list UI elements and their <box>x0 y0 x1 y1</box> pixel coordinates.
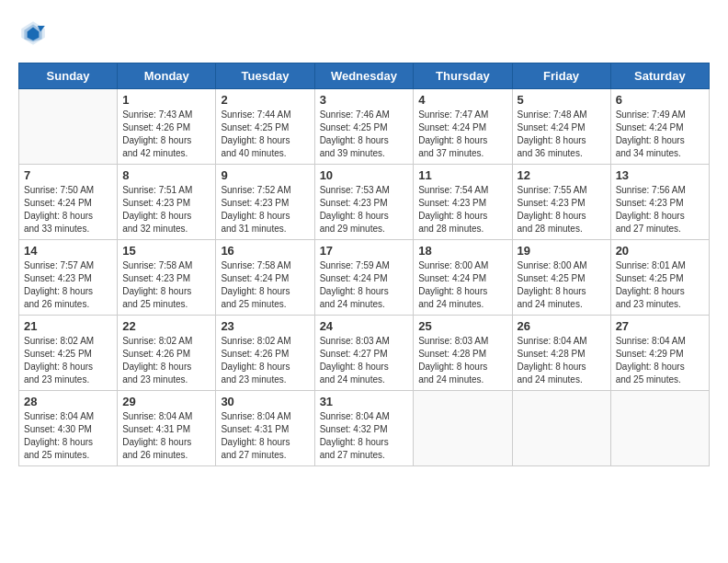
day-info: Sunrise: 7:44 AM Sunset: 4:25 PM Dayligh… <box>221 109 309 160</box>
day-number: 21 <box>24 319 112 333</box>
day-number: 4 <box>418 93 506 107</box>
day-info: Sunrise: 7:57 AM Sunset: 4:23 PM Dayligh… <box>24 259 112 311</box>
day-info: Sunrise: 7:56 AM Sunset: 4:23 PM Dayligh… <box>616 184 704 236</box>
calendar-cell: 7Sunrise: 7:50 AM Sunset: 4:24 PM Daylig… <box>19 165 118 240</box>
calendar-cell: 8Sunrise: 7:51 AM Sunset: 4:23 PM Daylig… <box>118 165 216 240</box>
calendar-cell: 17Sunrise: 7:59 AM Sunset: 4:24 PM Dayli… <box>314 240 414 316</box>
day-number: 31 <box>320 395 409 408</box>
day-info: Sunrise: 8:02 AM Sunset: 4:25 PM Dayligh… <box>24 335 112 386</box>
calendar-body: 1Sunrise: 7:43 AM Sunset: 4:26 PM Daylig… <box>19 89 710 466</box>
day-info: Sunrise: 7:54 AM Sunset: 4:23 PM Dayligh… <box>418 184 506 236</box>
day-header-saturday: Saturday <box>610 63 709 89</box>
day-info: Sunrise: 8:03 AM Sunset: 4:28 PM Dayligh… <box>418 335 506 386</box>
day-info: Sunrise: 7:52 AM Sunset: 4:23 PM Dayligh… <box>221 184 309 236</box>
calendar-cell: 6Sunrise: 7:49 AM Sunset: 4:24 PM Daylig… <box>610 89 709 165</box>
day-header-tuesday: Tuesday <box>216 63 314 89</box>
day-number: 20 <box>616 244 704 258</box>
calendar-week-1: 1Sunrise: 7:43 AM Sunset: 4:26 PM Daylig… <box>19 89 710 165</box>
day-number: 5 <box>518 93 606 107</box>
logo-icon <box>18 18 48 48</box>
day-number: 9 <box>221 168 309 182</box>
logo <box>18 18 51 48</box>
day-number: 19 <box>518 244 606 258</box>
calendar-cell: 24Sunrise: 8:03 AM Sunset: 4:27 PM Dayli… <box>314 316 414 391</box>
calendar-table: SundayMondayTuesdayWednesdayThursdayFrid… <box>18 63 710 466</box>
day-number: 2 <box>221 93 309 107</box>
day-info: Sunrise: 8:04 AM Sunset: 4:31 PM Dayligh… <box>122 410 210 462</box>
day-number: 25 <box>418 319 506 333</box>
calendar-week-5: 28Sunrise: 8:04 AM Sunset: 4:30 PM Dayli… <box>19 391 710 466</box>
day-number: 3 <box>320 93 409 107</box>
day-number: 22 <box>122 319 210 333</box>
day-number: 29 <box>122 395 210 408</box>
calendar-cell: 28Sunrise: 8:04 AM Sunset: 4:30 PM Dayli… <box>19 391 118 466</box>
day-info: Sunrise: 8:00 AM Sunset: 4:24 PM Dayligh… <box>418 259 506 311</box>
day-info: Sunrise: 7:46 AM Sunset: 4:25 PM Dayligh… <box>320 109 409 160</box>
day-number: 16 <box>221 244 309 258</box>
day-info: Sunrise: 8:04 AM Sunset: 4:31 PM Dayligh… <box>221 410 309 462</box>
calendar-cell: 2Sunrise: 7:44 AM Sunset: 4:25 PM Daylig… <box>216 89 314 165</box>
day-header-monday: Monday <box>118 63 216 89</box>
day-header-friday: Friday <box>512 63 610 89</box>
calendar-cell: 12Sunrise: 7:55 AM Sunset: 4:23 PM Dayli… <box>512 165 610 240</box>
calendar-cell: 10Sunrise: 7:53 AM Sunset: 4:23 PM Dayli… <box>314 165 414 240</box>
day-number: 23 <box>221 319 309 333</box>
calendar-cell: 16Sunrise: 7:58 AM Sunset: 4:24 PM Dayli… <box>216 240 314 316</box>
calendar-cell <box>512 391 610 466</box>
day-info: Sunrise: 7:43 AM Sunset: 4:26 PM Dayligh… <box>122 109 210 160</box>
calendar-cell: 30Sunrise: 8:04 AM Sunset: 4:31 PM Dayli… <box>216 391 314 466</box>
day-number: 8 <box>122 168 210 182</box>
day-info: Sunrise: 8:01 AM Sunset: 4:25 PM Dayligh… <box>616 259 704 311</box>
day-number: 26 <box>518 319 606 333</box>
calendar-cell: 26Sunrise: 8:04 AM Sunset: 4:28 PM Dayli… <box>512 316 610 391</box>
calendar-cell: 13Sunrise: 7:56 AM Sunset: 4:23 PM Dayli… <box>610 165 709 240</box>
calendar-cell: 1Sunrise: 7:43 AM Sunset: 4:26 PM Daylig… <box>118 89 216 165</box>
day-info: Sunrise: 8:00 AM Sunset: 4:25 PM Dayligh… <box>518 259 606 311</box>
page-header <box>18 18 710 48</box>
day-info: Sunrise: 7:49 AM Sunset: 4:24 PM Dayligh… <box>616 109 704 160</box>
day-number: 14 <box>24 244 112 258</box>
calendar-cell: 5Sunrise: 7:48 AM Sunset: 4:24 PM Daylig… <box>512 89 610 165</box>
day-info: Sunrise: 7:58 AM Sunset: 4:24 PM Dayligh… <box>221 259 309 311</box>
day-header-sunday: Sunday <box>19 63 118 89</box>
calendar-cell: 22Sunrise: 8:02 AM Sunset: 4:26 PM Dayli… <box>118 316 216 391</box>
day-info: Sunrise: 8:03 AM Sunset: 4:27 PM Dayligh… <box>320 335 409 386</box>
day-info: Sunrise: 7:48 AM Sunset: 4:24 PM Dayligh… <box>518 109 606 160</box>
calendar-cell: 9Sunrise: 7:52 AM Sunset: 4:23 PM Daylig… <box>216 165 314 240</box>
day-info: Sunrise: 7:53 AM Sunset: 4:23 PM Dayligh… <box>320 184 409 236</box>
calendar-cell: 4Sunrise: 7:47 AM Sunset: 4:24 PM Daylig… <box>414 89 512 165</box>
calendar-week-4: 21Sunrise: 8:02 AM Sunset: 4:25 PM Dayli… <box>19 316 710 391</box>
day-number: 6 <box>616 93 704 107</box>
day-info: Sunrise: 7:47 AM Sunset: 4:24 PM Dayligh… <box>418 109 506 160</box>
day-number: 30 <box>221 395 309 408</box>
day-header-thursday: Thursday <box>414 63 512 89</box>
day-header-wednesday: Wednesday <box>314 63 414 89</box>
calendar-cell: 29Sunrise: 8:04 AM Sunset: 4:31 PM Dayli… <box>118 391 216 466</box>
day-number: 1 <box>122 93 210 107</box>
day-info: Sunrise: 7:50 AM Sunset: 4:24 PM Dayligh… <box>24 184 112 236</box>
day-number: 27 <box>616 319 704 333</box>
day-info: Sunrise: 8:04 AM Sunset: 4:32 PM Dayligh… <box>320 410 409 462</box>
calendar-cell: 14Sunrise: 7:57 AM Sunset: 4:23 PM Dayli… <box>19 240 118 316</box>
day-number: 12 <box>518 168 606 182</box>
day-number: 24 <box>320 319 409 333</box>
day-info: Sunrise: 7:58 AM Sunset: 4:23 PM Dayligh… <box>122 259 210 311</box>
calendar-cell: 23Sunrise: 8:02 AM Sunset: 4:26 PM Dayli… <box>216 316 314 391</box>
day-number: 18 <box>418 244 506 258</box>
calendar-cell: 18Sunrise: 8:00 AM Sunset: 4:24 PM Dayli… <box>414 240 512 316</box>
day-number: 7 <box>24 168 112 182</box>
day-number: 10 <box>320 168 409 182</box>
day-number: 15 <box>122 244 210 258</box>
calendar-cell: 19Sunrise: 8:00 AM Sunset: 4:25 PM Dayli… <box>512 240 610 316</box>
calendar-cell: 21Sunrise: 8:02 AM Sunset: 4:25 PM Dayli… <box>19 316 118 391</box>
day-info: Sunrise: 8:02 AM Sunset: 4:26 PM Dayligh… <box>221 335 309 386</box>
calendar-cell: 11Sunrise: 7:54 AM Sunset: 4:23 PM Dayli… <box>414 165 512 240</box>
day-info: Sunrise: 8:04 AM Sunset: 4:29 PM Dayligh… <box>616 335 704 386</box>
calendar-cell: 31Sunrise: 8:04 AM Sunset: 4:32 PM Dayli… <box>314 391 414 466</box>
day-number: 17 <box>320 244 409 258</box>
calendar-week-3: 14Sunrise: 7:57 AM Sunset: 4:23 PM Dayli… <box>19 240 710 316</box>
day-number: 11 <box>418 168 506 182</box>
calendar-cell: 25Sunrise: 8:03 AM Sunset: 4:28 PM Dayli… <box>414 316 512 391</box>
day-info: Sunrise: 8:04 AM Sunset: 4:28 PM Dayligh… <box>518 335 606 386</box>
day-info: Sunrise: 8:02 AM Sunset: 4:26 PM Dayligh… <box>122 335 210 386</box>
